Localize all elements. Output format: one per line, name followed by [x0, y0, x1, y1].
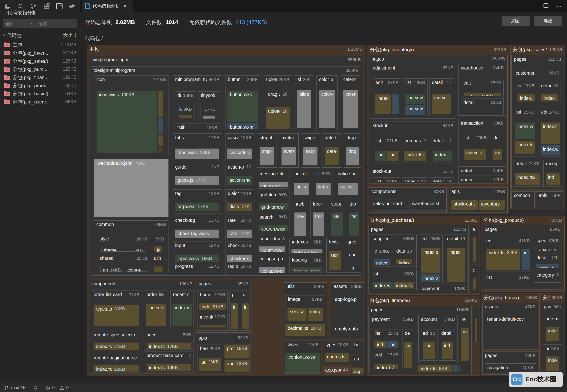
- treemap-file[interactable]: index.ts21KB: [94, 343, 139, 350]
- treemap-file[interactable]: index: [447, 248, 465, 282]
- treemap-node[interactable]: indexes7KBindexes.js11: [289, 238, 324, 254]
- treemap-file[interactable]: index.ts: [146, 304, 166, 326]
- package-list-item[interactable]: 分包(pkg_basic/)64KB: [0, 90, 80, 98]
- treemap-file[interactable]: [158, 91, 163, 117]
- treemap-node[interactable]: conq: [347, 251, 359, 271]
- treemap-node[interactable]: input12KBinput.wxss16KB: [173, 241, 222, 265]
- treemap-node[interactable]: detaiind: [491, 134, 504, 162]
- package-list-item[interactable]: 主包1.18MB: [0, 41, 80, 49]
- treemap-file[interactable]: ind: [442, 342, 453, 359]
- treemap-file[interactable]: auth.ts26KB: [199, 358, 221, 371]
- treemap-file[interactable]: comp: [308, 308, 323, 321]
- treemap-file[interactable]: inventory: [479, 200, 505, 210]
- treemap-node[interactable]: dayjs18KBlocale9KBru.js2KB: [175, 91, 197, 121]
- treemap-node[interactable]: miniprogram_npm856KBtdesign-miniprogram8…: [89, 56, 363, 279]
- treemap-file[interactable]: index: [231, 303, 238, 329]
- treemap-node[interactable]: detail12KB: [461, 98, 504, 114]
- package-list-item[interactable]: 分包(pkg_produ...85KB: [0, 81, 80, 90]
- treemap-node[interactable]: pages18KBnavigation10KB: [482, 351, 539, 375]
- treemap-node[interactable]: category5: [534, 271, 561, 283]
- treemap-node[interactable]: list21KBindex.wxss: [373, 177, 400, 182]
- treemap-node[interactable]: spec12KBedit9KB: [534, 237, 561, 252]
- treemap-node[interactable]: 分包(pkg_sales/)125KBpages115KBcustomer36K…: [510, 45, 565, 209]
- treemap-file[interactable]: link.wx: [316, 183, 331, 196]
- treemap-node[interactable]: detail14index: [430, 177, 454, 182]
- treemap-node[interactable]: detaiind: [439, 329, 456, 361]
- treemap-node[interactable]: recent-daindex.w: [170, 291, 194, 328]
- treemap-node[interactable]: pull-downpull-dc: [292, 170, 311, 197]
- problems-status[interactable]: 0 0: [45, 385, 69, 390]
- treemap-file[interactable]: tabs.wxss18KB: [175, 149, 219, 159]
- treemap-node[interactable]: grid-item8KBgrid-item.w: [257, 191, 289, 211]
- treemap-node[interactable]: cust: [352, 355, 364, 367]
- treemap-node[interactable]: pages114KBpayment56KBlist23KBindexindede…: [368, 306, 472, 374]
- treemap-file[interactable]: navb: [294, 212, 306, 236]
- treemap-file[interactable]: tag.wxss17KB: [175, 203, 219, 211]
- treemap-node[interactable]: detail17index: [429, 78, 454, 117]
- export-button[interactable]: 导出: [534, 16, 562, 26]
- source-control-icon[interactable]: [29, 2, 38, 10]
- treemap-node[interactable]: src5KBins: [151, 235, 165, 253]
- treemap-node[interactable]: utils: [151, 254, 165, 273]
- treemap-node[interactable]: image27KBservice.tcomp: [285, 295, 325, 322]
- treemap-node[interactable]: sales-out-card1: [371, 200, 408, 211]
- treemap-file[interactable]: index.ts8KB: [418, 364, 452, 372]
- treemap-node[interactable]: link8KBlink.wx: [314, 170, 333, 197]
- treemap-file[interactable]: count-down: [259, 246, 285, 252]
- treemap-node[interactable]: account34KBedit12inddetaiind: [418, 315, 457, 363]
- treemap-node[interactable]: list21KBindexinde: [373, 137, 400, 162]
- treemap-node[interactable]: date-timedate-: [322, 133, 342, 168]
- treemap-file[interactable]: tree-: [313, 212, 324, 236]
- treemap-node[interactable]: query12KB: [458, 176, 506, 183]
- treemap-node[interactable]: detail1index: [430, 137, 454, 162]
- treemap-node[interactable]: help8KBindex: [543, 344, 562, 373]
- treemap-node[interactable]: miniprogram_npm46KBdayjs18KBlocale9KBru.…: [173, 75, 222, 143]
- treemap-file[interactable]: tenant-default-cov: [485, 315, 536, 348]
- treemap-node[interactable]: tdesign-miniprogram855KBicon101KBicon.wx…: [91, 66, 361, 276]
- treemap-node[interactable]: edit15KBindex.ts13KB: [461, 79, 504, 97]
- treemap-file[interactable]: app: [352, 368, 363, 374]
- refresh-button[interactable]: 刷新: [502, 16, 530, 26]
- treemap-file[interactable]: search.wxss: [259, 225, 288, 231]
- treemap-file[interactable]: tiny: [203, 116, 215, 119]
- treemap-node[interactable]: stock-out52KBlist21KBindex.wxsssales-out…: [370, 167, 456, 183]
- treemap-file[interactable]: q: [349, 264, 357, 269]
- treemap-root[interactable]: 代码包2.02MB 主包1.18MBminiprogram_npm856KBtd…: [87, 45, 565, 376]
- treemap-file[interactable]: index: [433, 151, 452, 160]
- treemap-file[interactable]: .wechatide.ib.json79KB: [94, 159, 169, 217]
- treemap-file[interactable]: texta: [329, 251, 341, 270]
- filter-dropdown[interactable]: 全部 ▾: [3, 19, 35, 28]
- treemap-node[interactable]: tab-bartab-: [347, 200, 361, 238]
- explorer-icon[interactable]: [4, 2, 12, 10]
- treemap-node[interactable]: detail12Kindex.w: [534, 253, 561, 269]
- treemap-node[interactable]: qrcode14KB: [100, 266, 123, 272]
- treemap-file[interactable]: in: [404, 342, 412, 368]
- treemap-node[interactable]: edit27KBindex.tsind: [373, 78, 401, 117]
- treemap-node[interactable]: detail19index: [445, 235, 468, 283]
- treemap-file[interactable]: loading.wxss: [291, 267, 323, 271]
- treemap-node[interactable]: purchaindex: [229, 291, 239, 331]
- treemap-node[interactable]: home17KBindex.ts21KB: [197, 291, 228, 311]
- treemap-node[interactable]: purchase-in2index.ts21: [402, 137, 428, 162]
- treemap-file[interactable]: check-tag.wxss: [175, 230, 219, 238]
- treemap-node[interactable]: dropdowndropd: [344, 133, 361, 168]
- treemap-node[interactable]: list25KBindex.windex.ts: [513, 108, 537, 156]
- treemap-file[interactable]: index.ts17: [374, 364, 398, 369]
- treemap-node[interactable]: 分包(pkg_userc36KBpages36Kperson-indexhelp…: [540, 293, 565, 376]
- treemap-node[interactable]: pages115KBsupplier38KBedit18KBindex.wxde…: [368, 225, 469, 293]
- treemap-file[interactable]: button.wxs: [227, 91, 258, 122]
- treemap-node[interactable]: loading7KBloading.wxss: [289, 256, 324, 272]
- treemap-node[interactable]: componen: [511, 191, 535, 208]
- treemap-file[interactable]: index.t: [518, 94, 535, 101]
- treemap-file[interactable]: iconfont.wxss: [285, 353, 320, 373]
- treemap-file[interactable]: index: [546, 327, 559, 341]
- treemap-node[interactable]: supplier38KBedit18KBindex.wxdetail13inde…: [370, 235, 416, 268]
- sync-status[interactable]: [33, 385, 38, 390]
- treemap-node[interactable]: transaction30KBlist20KBindex.tsdetaiind: [458, 119, 506, 164]
- treemap-node[interactable]: esm17KBtiny: [200, 105, 218, 119]
- treemap-file[interactable]: [199, 325, 226, 327]
- treemap-file[interactable]: [158, 135, 163, 146]
- treemap-file[interactable]: index: [432, 94, 451, 115]
- treemap-file[interactable]: index.ts1: [394, 281, 414, 289]
- treemap-file[interactable]: [473, 278, 476, 290]
